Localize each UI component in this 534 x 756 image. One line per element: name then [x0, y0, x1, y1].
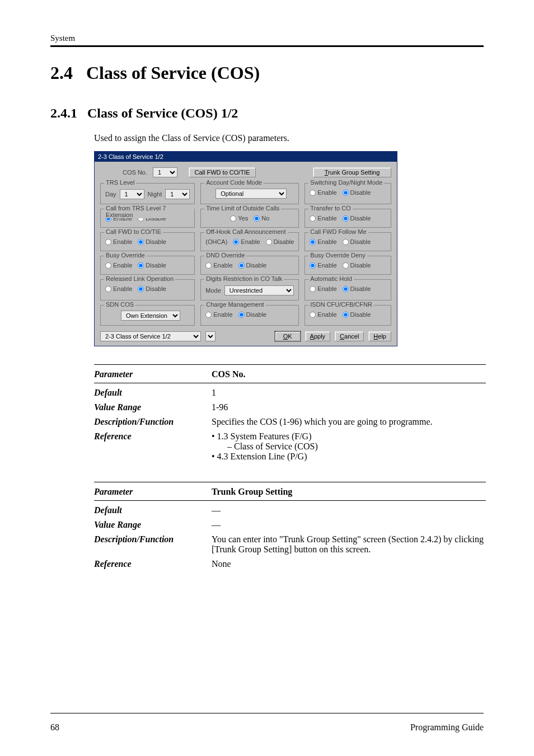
- fwdfollow-enable-radio[interactable]: Enable: [310, 238, 336, 245]
- group-title-busydeny: Busy Override Deny: [308, 252, 367, 259]
- doc-title: Programming Guide: [410, 722, 484, 732]
- reference-subitem: – Class of Service (COS): [212, 442, 486, 452]
- h1-number: 2.4: [50, 63, 73, 83]
- group-transfer-co: Transfer to CO Enable Disable: [305, 209, 391, 228]
- dialog-footer: 2-3 Class of Service 1/2 OK Apply Cancel…: [100, 331, 391, 341]
- trs-day-select[interactable]: 1: [120, 189, 144, 199]
- dialog-title-bar: 2-3 Class of Service 1/2: [95, 152, 397, 162]
- help-button[interactable]: Help: [368, 331, 391, 341]
- group-title-fwdcotie: Call FWD to CO/TIE: [104, 228, 163, 235]
- trs-night-select[interactable]: 1: [165, 189, 190, 199]
- group-title-busy-override: Busy Override: [104, 252, 147, 259]
- daynight-disable-radio[interactable]: Disable: [343, 189, 371, 196]
- parameter-row-key: Reference: [94, 431, 212, 462]
- trunk-group-setting-button[interactable]: Trunk Group Setting: [313, 167, 391, 177]
- group-title-offhook: Off-Hook Call Announcement: [204, 228, 287, 235]
- cancel-button[interactable]: Cancel: [335, 331, 364, 341]
- trunk-group-btn-rest: runk Group Setting: [328, 169, 380, 176]
- reference-item: • 4.3 Extension Line (P/G): [212, 452, 486, 462]
- parameter-row-value: • 1.3 System Features (F/G)– Class of Se…: [212, 431, 486, 462]
- released-enable-radio[interactable]: Enable: [105, 285, 132, 292]
- charge-disable-radio[interactable]: Disable: [238, 311, 267, 318]
- trs-night-label: Night: [148, 191, 162, 198]
- digits-mode-select[interactable]: Unrestricted: [224, 285, 294, 295]
- sdn-cos-select[interactable]: Own Extension: [121, 311, 180, 321]
- dnd-disable-radio[interactable]: Disable: [238, 262, 267, 269]
- screen-nav-dropdown[interactable]: [205, 331, 216, 341]
- h1-title: Class of Service (COS): [86, 63, 260, 83]
- group-title-fwdfollow: Call FWD Follow Me: [308, 228, 368, 235]
- daynight-enable-radio[interactable]: Enable: [310, 189, 336, 196]
- group-dnd-override: DND Override Enable Disable: [200, 256, 299, 275]
- footer-rule: [50, 713, 484, 713]
- parameter-name: Trunk Group Setting: [212, 487, 486, 497]
- parameter-name: COS No.: [212, 369, 486, 379]
- group-title-transfer-co: Transfer to CO: [308, 205, 352, 212]
- isdn-enable-radio[interactable]: Enable: [310, 311, 336, 318]
- ok-button[interactable]: OK: [275, 331, 301, 341]
- parameter-row: Default—: [94, 503, 486, 518]
- released-disable-radio[interactable]: Disable: [138, 285, 166, 292]
- parameter-row: Value Range1-96: [94, 400, 486, 415]
- parameter-key: Parameter: [94, 487, 212, 497]
- group-offhook: Off-Hook Call Announcement (OHCA) Enable…: [200, 232, 299, 251]
- group-title-trs: TRS Level: [104, 179, 136, 186]
- transferco-disable-radio[interactable]: Disable: [343, 215, 371, 222]
- group-auto-hold: Automatic Hold Enable Disable: [305, 279, 391, 300]
- parameter-key: Parameter: [94, 369, 212, 379]
- group-fwdfollow: Call FWD Follow Me Enable Disable: [305, 232, 391, 251]
- account-code-select[interactable]: Optional: [216, 189, 286, 199]
- group-digits-restrict: Digits Restriction in CO Talk Mode Unres…: [200, 279, 299, 300]
- offhook-enable-radio[interactable]: Enable: [233, 238, 260, 245]
- fwdcotie-enable-radio[interactable]: Enable: [105, 238, 132, 245]
- busyoverride-enable-radio[interactable]: Enable: [105, 262, 132, 269]
- screen-nav-select[interactable]: 2-3 Class of Service 1/2: [100, 331, 201, 341]
- parameter-row-value: You can enter into "Trunk Group Setting"…: [212, 534, 486, 555]
- transferco-enable-radio[interactable]: Enable: [310, 215, 336, 222]
- page-section-header: System: [50, 34, 484, 43]
- autohold-enable-radio[interactable]: Enable: [310, 285, 336, 292]
- busydeny-disable-radio[interactable]: Disable: [343, 262, 371, 269]
- cos-no-select[interactable]: 1: [153, 167, 177, 177]
- h2-title: Class of Service (COS) 1/2: [87, 106, 238, 120]
- parameter-row: Default1: [94, 386, 486, 400]
- parameter-row: Value Range—: [94, 518, 486, 532]
- timelimit-no-radio[interactable]: No: [254, 215, 269, 222]
- reference-item: • 1.3 System Features (F/G): [212, 431, 486, 442]
- timelimit-yes-radio[interactable]: Yes: [230, 215, 248, 222]
- parameter-row-key: Default: [94, 505, 212, 515]
- page-number: 68: [50, 722, 59, 732]
- group-trs7: Call from TRS Level 7 Extension Enable D…: [100, 209, 195, 228]
- parameter-row: Description/FunctionSpecifies the COS (1…: [94, 415, 486, 429]
- offhook-disable-radio[interactable]: Disable: [266, 238, 294, 245]
- busydeny-enable-radio[interactable]: Enable: [310, 262, 336, 269]
- parameter-title-row: ParameterCOS No.: [94, 367, 486, 383]
- charge-enable-radio[interactable]: Enable: [205, 311, 232, 318]
- offhook-prefix: (OHCA): [205, 238, 227, 245]
- group-title-isdn: ISDN CFU/CFB/CFNR: [308, 301, 374, 308]
- busyoverride-disable-radio[interactable]: Disable: [138, 262, 166, 269]
- group-title-sdn: SDN COS: [104, 301, 135, 308]
- isdn-disable-radio[interactable]: Disable: [343, 311, 371, 318]
- group-title-digits: Digits Restriction in CO Talk: [204, 275, 284, 282]
- parameter-row: Reference• 1.3 System Features (F/G)– Cl…: [94, 429, 486, 464]
- group-busy-override-deny: Busy Override Deny Enable Disable: [305, 256, 391, 275]
- group-fwd-cotie: Call FWD to CO/TIE Enable Disable: [100, 232, 195, 251]
- apply-button[interactable]: Apply: [305, 331, 331, 341]
- parameter-row-value: 1-96: [212, 402, 486, 412]
- group-title-charge: Charge Management: [204, 301, 265, 308]
- autohold-disable-radio[interactable]: Disable: [343, 285, 371, 292]
- parameter-row-value: —: [212, 505, 486, 515]
- group-isdn: ISDN CFU/CFB/CFNR Enable Disable: [305, 305, 391, 326]
- dnd-enable-radio[interactable]: Enable: [205, 262, 232, 269]
- parameter-block: ParameterCOS No.Default1Value Range1-96D…: [94, 364, 486, 464]
- fwdcotie-disable-radio[interactable]: Disable: [138, 238, 166, 245]
- cos-no-label: COS No.: [123, 169, 147, 176]
- group-account-code: Account Code Mode Optional: [200, 183, 299, 204]
- page-footer: 68 Programming Guide: [50, 722, 484, 732]
- parameter-row-value: —: [212, 520, 486, 530]
- parameter-row: Description/FunctionYou can enter into "…: [94, 532, 486, 557]
- fwdfollow-disable-radio[interactable]: Disable: [343, 238, 371, 245]
- dialog-top-row: COS No. 1 Call FWD to CO/TIE Trunk Group…: [100, 167, 391, 177]
- call-fwd-cotie-button[interactable]: Call FWD to CO/TIE: [189, 167, 256, 177]
